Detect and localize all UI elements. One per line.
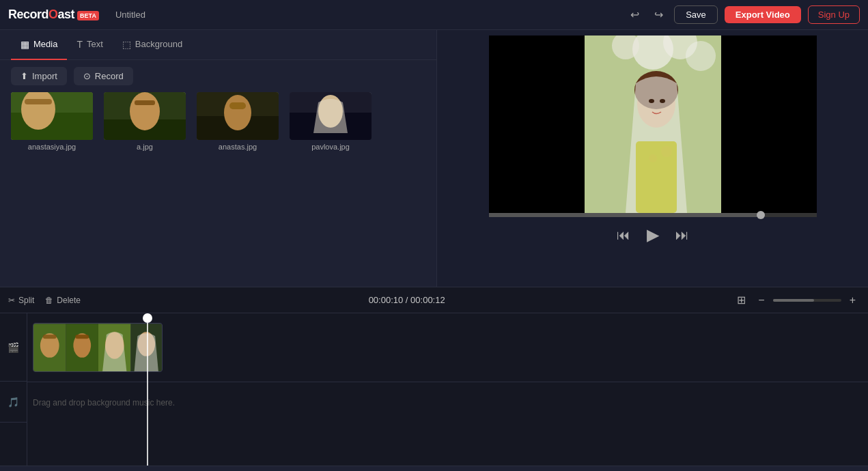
media-item-2[interactable]: a.jpg <box>104 92 186 287</box>
thumb-svg-1 <box>11 92 93 140</box>
timeline-scrollbar[interactable] <box>0 466 868 471</box>
playhead-line <box>147 323 148 466</box>
svg-rect-31 <box>43 334 57 339</box>
svg-point-27 <box>649 99 654 103</box>
music-drop-label: Drag and drop background music here. <box>33 398 175 408</box>
play-button[interactable]: ▶ <box>647 225 659 244</box>
record-icon: ⊙ <box>83 71 91 81</box>
panel-toolbar: ⬆ Import ⊙ Record <box>0 60 436 92</box>
main-content: ▦ Media T Text ⬚ Background ⬆ Import ⊙ R… <box>0 30 868 287</box>
media-label-1: anastasiya.jpg <box>28 143 76 151</box>
undo-button[interactable]: ↩ <box>626 5 643 24</box>
scrubber-thumb[interactable] <box>757 211 765 219</box>
svg-rect-26 <box>636 141 677 213</box>
logo-o: O <box>48 8 58 21</box>
music-track-icon: 🎵 <box>0 382 27 423</box>
signup-button[interactable]: Sign Up <box>808 5 860 24</box>
left-panel: ▦ Media T Text ⬚ Background ⬆ Import ⊙ R… <box>0 30 437 287</box>
timeline: ✂ Split 🗑 Delete 00:00:10 / 00:00:12 ⊞ −… <box>0 287 868 471</box>
svg-point-10 <box>224 95 251 130</box>
video-track-icon: 🎬 <box>0 313 27 382</box>
zoom-fill <box>773 299 814 302</box>
split-icon: ✂ <box>8 296 15 305</box>
clip-svg <box>33 324 162 372</box>
delete-icon: 🗑 <box>45 296 53 305</box>
save-button[interactable]: Save <box>674 5 718 24</box>
svg-rect-3 <box>25 99 52 104</box>
background-tab-icon: ⬚ <box>122 39 131 50</box>
thumb-svg-3 <box>197 92 279 140</box>
video-controls: ⏮ ▶ ⏭ <box>617 225 689 244</box>
media-item-4[interactable]: pavlova.jpg <box>290 92 372 287</box>
tab-background[interactable]: ⬚ Background <box>113 30 192 60</box>
forward-button[interactable]: ⏭ <box>675 227 689 243</box>
delete-button[interactable]: 🗑 Delete <box>45 296 81 305</box>
import-label: Import <box>32 71 57 81</box>
media-grid: anastasiya.jpg a.jpg <box>0 92 436 287</box>
tab-media[interactable]: ▦ Media <box>11 30 67 60</box>
thumb-svg-2 <box>104 92 186 140</box>
tabs: ▦ Media T Text ⬚ Background <box>0 30 436 60</box>
playhead[interactable] <box>147 313 148 466</box>
timeline-time: 00:00:10 / 00:00:12 <box>369 295 445 305</box>
svg-rect-7 <box>135 100 155 105</box>
tab-text-label: Text <box>87 39 103 49</box>
music-track: Drag and drop background music here. <box>27 382 868 423</box>
right-panel: ⏮ ▶ ⏭ <box>437 30 868 287</box>
text-tab-icon: T <box>76 39 83 50</box>
svg-rect-11 <box>229 102 246 109</box>
media-label-4: pavlova.jpg <box>311 143 350 151</box>
svg-point-21 <box>686 41 716 71</box>
media-item-1[interactable]: anastasiya.jpg <box>11 92 93 287</box>
export-button[interactable]: Export Video <box>725 6 801 23</box>
import-button[interactable]: ⬆ Import <box>11 67 67 85</box>
rewind-button[interactable]: ⏮ <box>617 227 630 243</box>
timeline-side: 🎬 🎵 <box>0 313 27 466</box>
zoom-out-button[interactable]: − <box>754 291 768 309</box>
fit-button[interactable]: ⊞ <box>733 291 750 309</box>
topbar: RecordOast BETA ↩ ↪ Save Export Video Si… <box>0 0 868 30</box>
scrubber-fill <box>489 213 761 217</box>
logo: RecordOast BETA <box>8 8 99 22</box>
track-clip-1[interactable] <box>33 323 163 372</box>
split-button[interactable]: ✂ Split <box>8 296 34 305</box>
zoom-track[interactable] <box>773 299 841 302</box>
video-scrubber[interactable] <box>489 213 817 217</box>
video-preview <box>489 35 817 217</box>
record-label: Record <box>95 71 124 81</box>
tab-text[interactable]: T Text <box>67 30 112 60</box>
zoom-in-button[interactable]: + <box>845 291 860 309</box>
tab-media-label: Media <box>33 39 57 49</box>
preview-svg <box>489 35 817 213</box>
svg-rect-34 <box>75 334 89 339</box>
video-canvas <box>489 35 817 213</box>
media-label-2: a.jpg <box>137 143 153 151</box>
timeline-main: Drag and drop background music here. <box>27 313 868 466</box>
svg-point-6 <box>130 92 160 130</box>
media-thumb-4 <box>290 92 372 140</box>
beta-badge: BETA <box>77 11 99 20</box>
logo-text: RecordOast <box>8 8 74 22</box>
video-track <box>27 313 868 382</box>
media-tab-icon: ▦ <box>20 39 29 50</box>
tab-background-label: Background <box>135 39 182 49</box>
split-label: Split <box>18 296 34 305</box>
thumb-svg-4 <box>290 92 372 140</box>
topbar-actions: ↩ ↪ Save Export Video Sign Up <box>626 5 860 24</box>
timeline-actions: ✂ Split 🗑 Delete <box>8 296 81 305</box>
import-icon: ⬆ <box>20 71 28 81</box>
timeline-body: 🎬 🎵 <box>0 313 868 466</box>
media-label-3: anastas.jpg <box>219 143 257 151</box>
media-thumb-2 <box>104 92 186 140</box>
timeline-zoom: ⊞ − + <box>733 291 860 309</box>
record-button[interactable]: ⊙ Record <box>74 67 133 85</box>
playhead-head <box>143 313 152 323</box>
media-thumb-3 <box>197 92 279 140</box>
timeline-header: ✂ Split 🗑 Delete 00:00:10 / 00:00:12 ⊞ −… <box>0 287 868 313</box>
media-thumb-1 <box>11 92 93 140</box>
redo-button[interactable]: ↪ <box>650 5 667 24</box>
title-input[interactable] <box>115 10 230 20</box>
delete-label: Delete <box>57 296 81 305</box>
media-item-3[interactable]: anastas.jpg <box>197 92 279 287</box>
music-icon: 🎵 <box>8 397 19 408</box>
